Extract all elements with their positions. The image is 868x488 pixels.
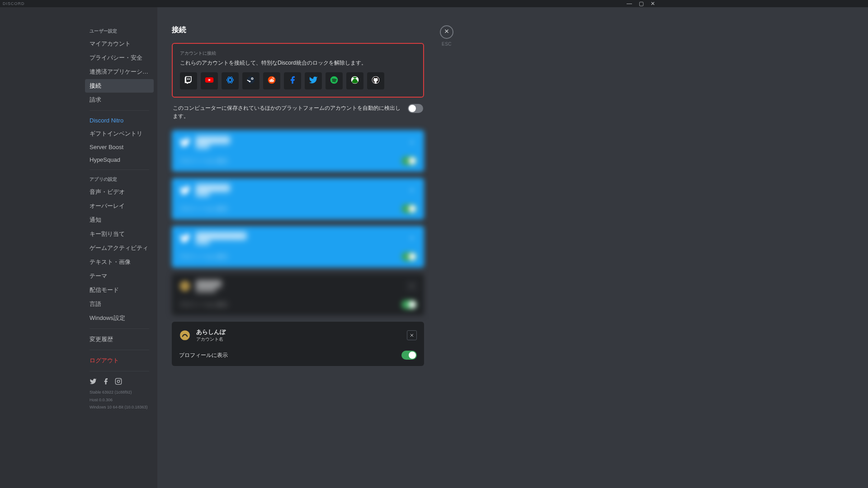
sidebar-item-notifications[interactable]: 通知 bbox=[85, 213, 154, 227]
connection-name: ████████ bbox=[196, 184, 401, 191]
connection-card: あらしんぼアカウント名プロフィールに表示 bbox=[172, 322, 424, 366]
minimize-button[interactable]: — bbox=[627, 0, 632, 7]
show-on-profile-label: プロフィールに表示 bbox=[179, 157, 401, 165]
connect-facebook-button[interactable] bbox=[284, 72, 301, 89]
connect-youtube-button[interactable] bbox=[201, 72, 218, 89]
sidebar-separator bbox=[90, 350, 149, 350]
service-icon bbox=[179, 136, 191, 148]
show-on-profile-toggle[interactable] bbox=[401, 351, 417, 360]
sidebar-item-nitro[interactable]: Discord Nitro bbox=[85, 114, 154, 127]
connect-reddit-button[interactable] bbox=[263, 72, 280, 89]
settings-content: 接続 アカウントに接続 これらのアカウントを接続して、特別なDiscord統合の… bbox=[157, 7, 429, 369]
xbox-icon bbox=[350, 75, 359, 86]
sidebar-item-authorized-apps[interactable]: 連携済アプリケーショ… bbox=[85, 65, 154, 79]
service-icon bbox=[179, 329, 191, 341]
sidebar-item-privacy[interactable]: プライバシー・安全 bbox=[85, 51, 154, 65]
sidebar-item-appearance[interactable]: テーマ bbox=[85, 269, 154, 283]
sidebar-item-gift-inventory[interactable]: ギフトインベントリ bbox=[85, 127, 154, 141]
twitter-icon bbox=[309, 75, 318, 86]
connection-subtitle: ████ bbox=[196, 143, 401, 148]
connect-steam-button[interactable] bbox=[242, 72, 259, 89]
remove-connection-button[interactable] bbox=[407, 233, 417, 243]
sidebar-header-app: アプリの設定 bbox=[85, 174, 154, 185]
sidebar-item-windows[interactable]: Windows設定 bbox=[85, 311, 154, 325]
spotify-icon bbox=[330, 75, 339, 86]
sidebar-item-text-images[interactable]: テキスト・画像 bbox=[85, 255, 154, 269]
twitch-icon bbox=[184, 75, 193, 86]
connection-card: ████████████████プロフィールに表示 bbox=[172, 226, 424, 267]
connect-service-row bbox=[180, 72, 416, 89]
sidebar-separator bbox=[90, 328, 149, 329]
service-icon bbox=[179, 184, 191, 196]
connection-name: ████████████ bbox=[196, 232, 401, 239]
connect-twitter-button[interactable] bbox=[305, 72, 322, 89]
sidebar-item-server-boost[interactable]: Server Boost bbox=[85, 141, 154, 153]
connect-accounts-panel: アカウントに接続 これらのアカウントを接続して、特別なDiscord統合のロック… bbox=[172, 43, 424, 98]
connect-twitch-button[interactable] bbox=[180, 72, 197, 89]
connection-card: ████████████プロフィールに表示 bbox=[172, 274, 424, 315]
connection-subtitle: ████ bbox=[196, 191, 401, 196]
autodetect-toggle[interactable] bbox=[408, 104, 423, 113]
svg-point-14 bbox=[272, 80, 273, 81]
close-icon bbox=[443, 28, 450, 36]
page-title: 接続 bbox=[172, 25, 424, 35]
sidebar-separator bbox=[90, 110, 149, 111]
connect-xbox-button[interactable] bbox=[346, 72, 363, 89]
reddit-icon bbox=[267, 75, 276, 86]
service-icon bbox=[179, 232, 191, 244]
sidebar-item-changelog[interactable]: 変更履歴 bbox=[85, 333, 154, 346]
window-controls: — ▢ ✕ bbox=[627, 0, 656, 7]
remove-connection-button[interactable] bbox=[407, 281, 417, 291]
show-on-profile-toggle[interactable] bbox=[401, 300, 417, 309]
connection-card: ████████████プロフィールに表示 bbox=[172, 178, 424, 220]
sidebar-item-voice-video[interactable]: 音声・ビデオ bbox=[85, 185, 154, 199]
show-on-profile-toggle[interactable] bbox=[401, 252, 417, 261]
remove-connection-button[interactable] bbox=[407, 330, 417, 340]
remove-connection-button[interactable] bbox=[407, 185, 417, 195]
sidebar-separator bbox=[90, 169, 149, 170]
show-on-profile-label: プロフィールに表示 bbox=[179, 253, 401, 261]
svg-point-20 bbox=[180, 330, 190, 340]
connection-card: ████████████プロフィールに表示 bbox=[172, 130, 424, 172]
show-on-profile-label: プロフィールに表示 bbox=[179, 352, 401, 359]
svg-point-13 bbox=[270, 80, 271, 81]
steam-icon bbox=[246, 75, 255, 86]
sidebar-item-billing[interactable]: 請求 bbox=[85, 93, 154, 107]
sidebar-item-language[interactable]: 言語 bbox=[85, 297, 154, 311]
autodetect-row: このコンピューターに保存されているほかのプラットフォームのアカウントを自動的に検… bbox=[172, 104, 424, 120]
sidebar-item-logout[interactable]: ログアウト bbox=[85, 354, 154, 367]
facebook-icon bbox=[288, 75, 297, 86]
sidebar-item-my-account[interactable]: マイアカウント bbox=[85, 37, 154, 51]
svg-point-7 bbox=[247, 76, 255, 84]
close-settings-button[interactable] bbox=[440, 25, 453, 39]
svg-point-15 bbox=[273, 78, 274, 79]
show-on-profile-toggle[interactable] bbox=[401, 156, 417, 165]
show-on-profile-label: プロフィールに表示 bbox=[179, 205, 401, 213]
show-on-profile-label: プロフィールに表示 bbox=[179, 301, 401, 309]
connect-battlenet-button[interactable] bbox=[222, 72, 239, 89]
sidebar-item-streamer-mode[interactable]: 配信モード bbox=[85, 283, 154, 297]
service-icon bbox=[179, 280, 191, 292]
connection-name: ██████ bbox=[196, 280, 401, 287]
sidebar-item-hypesquad[interactable]: HypeSquad bbox=[85, 154, 154, 166]
show-on-profile-toggle[interactable] bbox=[401, 204, 417, 213]
youtube-icon bbox=[205, 75, 214, 86]
maximize-button[interactable]: ▢ bbox=[639, 0, 644, 7]
sidebar-item-keybinds[interactable]: キー割り当て bbox=[85, 227, 154, 241]
window-titlebar: DISCORD — ▢ ✕ bbox=[0, 0, 658, 7]
connect-panel-title: アカウントに接続 bbox=[180, 50, 416, 56]
remove-connection-button[interactable] bbox=[407, 137, 417, 147]
connect-github-button[interactable] bbox=[367, 72, 384, 89]
connect-spotify-button[interactable] bbox=[326, 72, 343, 89]
connection-name: ████████ bbox=[196, 136, 401, 143]
connection-subtitle: ████ bbox=[196, 239, 401, 244]
sidebar-item-game-activity[interactable]: ゲームアクティビティ bbox=[85, 241, 154, 255]
connection-subtitle: ██████ bbox=[196, 287, 401, 292]
battlenet-icon bbox=[226, 75, 235, 86]
svg-point-19 bbox=[180, 281, 190, 291]
sidebar-item-connections[interactable]: 接続 bbox=[85, 79, 154, 93]
connect-panel-desc: これらのアカウントを接続して、特別なDiscord統合のロックを解除します。 bbox=[180, 59, 416, 67]
sidebar-item-overlay[interactable]: オーバーレイ bbox=[85, 199, 154, 213]
close-window-button[interactable]: ✕ bbox=[651, 0, 656, 7]
svg-point-9 bbox=[252, 78, 253, 79]
